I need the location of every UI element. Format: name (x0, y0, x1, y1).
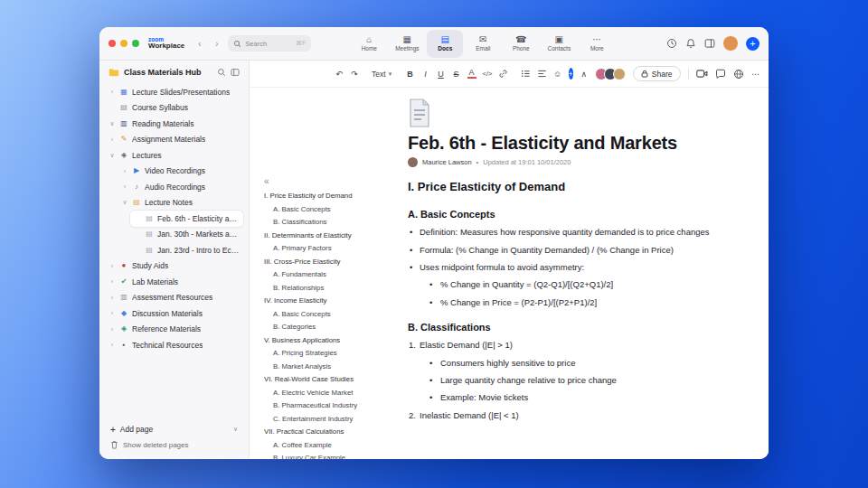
notifications-bell-icon[interactable] (685, 38, 696, 49)
tree-chevron-icon[interactable]: › (121, 168, 128, 174)
insert-plus-button[interactable]: + (569, 68, 573, 80)
globe-icon[interactable] (733, 69, 744, 80)
chat-icon[interactable] (715, 69, 726, 80)
close-window-button[interactable] (108, 40, 116, 47)
tree-chevron-icon[interactable]: › (108, 326, 116, 333)
toc-item[interactable]: IV. Income Elasticity (264, 296, 401, 305)
add-page-button[interactable]: + Add page ∨ (110, 421, 238, 437)
toc-item[interactable]: B. Classifications (264, 218, 401, 226)
nav-tab[interactable]: ▣ Contacts (541, 30, 577, 58)
code-button[interactable]: </> (483, 70, 492, 78)
sidebar-tree-item[interactable]: ▤ Feb. 6th - Elasticity and M... (130, 211, 243, 227)
toc-item[interactable]: A. Fundamentals (264, 270, 401, 278)
nav-tab[interactable]: ▦ Meetings (389, 30, 425, 58)
content-block[interactable]: Large quantity change relative to price … (408, 375, 769, 386)
tree-chevron-icon[interactable]: › (108, 278, 116, 285)
content-block[interactable]: 1.Elastic Demand (|E| > 1) (408, 340, 769, 351)
bold-button[interactable]: B (406, 70, 415, 79)
align-icon[interactable] (537, 69, 547, 79)
tree-chevron-icon[interactable]: › (108, 263, 116, 269)
toc-item[interactable]: A. Basic Concepts (264, 205, 401, 213)
forward-button[interactable]: › (211, 38, 222, 49)
content-block[interactable]: % Change in Price = (P2-P1)/[(P2+P1)/2] (408, 297, 769, 308)
content-block[interactable]: B. Classifications (408, 321, 769, 333)
content-block[interactable]: Consumers highly sensitive to price (408, 358, 769, 369)
tree-chevron-icon[interactable]: ∨ (108, 152, 116, 159)
collaborator-avatar[interactable] (613, 68, 626, 80)
toc-item[interactable]: VII. Practical Calculations (264, 427, 401, 436)
toc-item[interactable]: A. Coffee Example (264, 441, 401, 449)
text-style-dropdown[interactable]: Text ▼ (372, 70, 393, 79)
toc-item[interactable]: V. Business Applications (264, 336, 401, 344)
toc-item[interactable]: B. Luxury Car Example (264, 454, 401, 459)
minimize-window-button[interactable] (120, 40, 127, 47)
tree-chevron-icon[interactable]: › (108, 310, 116, 316)
sidebar-tree-item[interactable]: › ✎ Assignment Materials (105, 132, 243, 148)
global-search-input[interactable]: Search ⌘F (228, 35, 311, 52)
nav-tab[interactable]: ✉ Email (465, 30, 501, 58)
sidebar-tree-item[interactable]: › ▶ Video Recordings (118, 164, 243, 180)
emoji-icon[interactable]: ☺ (553, 70, 562, 79)
tree-chevron-icon[interactable]: › (108, 342, 116, 348)
sidebar-tree-item[interactable]: › ◆ Discussion Materials (105, 305, 243, 322)
toc-item[interactable]: VI. Real-World Case Studies (264, 375, 401, 383)
toc-item[interactable]: C. Entertainment Industry (264, 415, 401, 423)
toc-item[interactable]: B. Pharmaceutical Industry (264, 401, 401, 409)
content-block[interactable]: A. Basic Concepts (408, 208, 769, 221)
text-color-button[interactable]: A (467, 69, 476, 79)
sidebar-tree-item[interactable]: › ▪ Technical Resources (105, 337, 243, 353)
history-clock-icon[interactable] (666, 38, 677, 49)
sidebar-tree-item[interactable]: › ● Study Aids (105, 258, 243, 275)
toc-item[interactable]: A. Electric Vehicle Market (264, 389, 401, 397)
italic-button[interactable]: I (421, 70, 430, 79)
collapse-toolbar-icon[interactable]: ∧ (580, 70, 589, 79)
maximize-window-button[interactable] (132, 40, 139, 47)
nav-tab[interactable]: ▤ Docs (427, 30, 463, 58)
redo-button[interactable]: ↷ (350, 70, 359, 79)
content-block[interactable]: Definition: Measures how responsive quan… (408, 227, 769, 238)
nav-tab[interactable]: ⋯ More (579, 30, 615, 58)
back-button[interactable]: ‹ (193, 38, 205, 49)
strikethrough-button[interactable]: S (452, 70, 461, 79)
sidebar-tree-item[interactable]: › ▦ Lecture Slides/Presentations (105, 84, 243, 100)
toc-item[interactable]: A. Basic Concepts (264, 310, 401, 318)
sidebar-tree-item[interactable]: ∨ ▥ Reading Materials (105, 116, 243, 132)
sidebar-tree-item[interactable]: ▤ Course Syllabus (105, 100, 243, 117)
sidebar-tree-item[interactable]: › ▥ Assessment Resources (105, 290, 243, 306)
undo-button[interactable]: ↶ (335, 70, 344, 79)
user-avatar[interactable] (723, 36, 738, 51)
more-options-icon[interactable]: ⋯ (751, 70, 760, 79)
toc-item[interactable]: I. Price Elasticity of Demand (264, 192, 401, 200)
toc-item[interactable]: III. Cross-Price Elasticity (264, 258, 401, 266)
bullet-list-icon[interactable] (521, 69, 531, 79)
sidebar-collapse-icon[interactable] (231, 68, 240, 77)
sidebar-tree-item[interactable]: ∨ ▤ Lecture Notes (118, 195, 243, 211)
toc-collapse-icon[interactable]: « (264, 176, 401, 186)
tree-chevron-icon[interactable]: › (108, 136, 116, 143)
tree-chevron-icon[interactable]: ∨ (121, 199, 128, 206)
sidebar-search-icon[interactable] (217, 68, 226, 77)
side-panel-toggle-icon[interactable] (704, 38, 715, 49)
nav-tab[interactable]: ☎ Phone (503, 30, 539, 58)
content-block[interactable]: Example: Movie tickets (408, 392, 769, 403)
content-block[interactable]: Uses midpoint formula to avoid asymmetry… (408, 262, 769, 273)
nav-tab[interactable]: ⌂ Home (351, 30, 387, 58)
toc-item[interactable]: A. Primary Factors (264, 244, 401, 252)
tree-chevron-icon[interactable]: › (121, 183, 128, 190)
sidebar-tree-item[interactable]: › ♪ Audio Recordings (118, 179, 243, 195)
sidebar-tree-item[interactable]: › ✔ Lab Materials (105, 274, 243, 290)
content-block[interactable]: 2.Inelastic Demand (|E| < 1) (408, 410, 769, 421)
toc-item[interactable]: A. Pricing Strategies (264, 349, 401, 357)
new-item-plus-button[interactable]: + (746, 37, 760, 51)
tree-chevron-icon[interactable]: ∨ (108, 120, 116, 127)
tree-chevron-icon[interactable]: › (108, 295, 116, 301)
share-button[interactable]: Share (633, 66, 681, 81)
sidebar-tree-item[interactable]: ∨ ◈ Lectures (105, 147, 243, 164)
sidebar-tree-item[interactable]: ▤ Jan. 30th - Markets and P... (130, 227, 243, 243)
underline-button[interactable]: U (437, 70, 446, 79)
toc-item[interactable]: B. Market Analysis (264, 362, 401, 371)
video-camera-icon[interactable] (696, 69, 708, 79)
link-icon[interactable] (498, 69, 508, 79)
tree-chevron-icon[interactable]: › (108, 89, 116, 95)
toc-item[interactable]: II. Determinants of Elasticity (264, 231, 401, 239)
